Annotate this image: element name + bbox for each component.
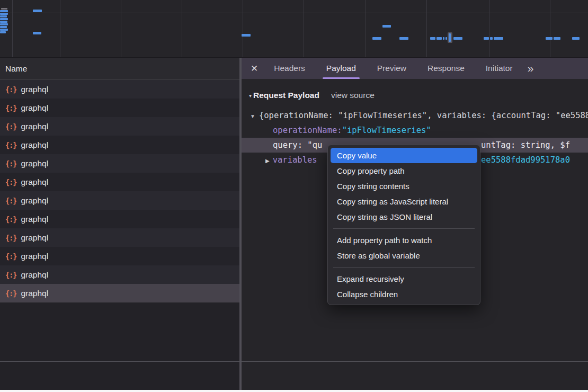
request-timeline-bar xyxy=(0,23,8,25)
query-key-and-value-fragment: query: "qu xyxy=(273,140,322,150)
close-icon[interactable]: ✕ xyxy=(251,63,258,74)
request-payload-section-header[interactable]: ▾ Request Payload view source xyxy=(242,79,588,103)
braces-json-icon: {:} xyxy=(5,141,16,149)
request-row-graphql[interactable]: {:}graphql xyxy=(0,154,239,173)
braces-json-icon: {:} xyxy=(5,104,16,112)
request-rows: {:}graphql{:}graphql{:}graphql{:}graphql… xyxy=(0,80,239,302)
request-timeline-bar xyxy=(0,29,8,31)
braces-json-icon: {:} xyxy=(5,234,16,242)
operation-name-row[interactable]: operationName:"ipFlowTimeseries" xyxy=(242,123,588,138)
request-list-panel: Name {:}graphql{:}graphql{:}graphql{:}gr… xyxy=(0,58,239,390)
timeline-gridline xyxy=(182,0,182,57)
tab-preview[interactable]: Preview xyxy=(367,58,417,79)
page-background-strip xyxy=(0,390,588,392)
request-timeline-bar xyxy=(0,18,8,20)
overview-divider-line xyxy=(0,13,588,13)
request-timeline-bar xyxy=(430,37,435,40)
payload-root-row[interactable]: ▼{operationName: "ipFlowTimeseries", var… xyxy=(242,108,588,123)
request-row-graphql[interactable]: {:}graphql xyxy=(0,284,239,302)
network-overview-timeline[interactable] xyxy=(0,0,588,57)
request-name-label: graphql xyxy=(21,196,48,206)
menu-item-copy-property-path[interactable]: Copy property path xyxy=(331,163,477,179)
collapsed-triangle-icon[interactable]: ▶ xyxy=(265,154,270,167)
request-timeline-bar xyxy=(372,37,381,40)
devtools-network-panel: Name {:}graphql{:}graphql{:}graphql{:}gr… xyxy=(0,0,588,392)
request-timeline-bar xyxy=(1,8,7,10)
request-timeline-bar xyxy=(554,37,560,40)
menu-item-store-as-global-variable[interactable]: Store as global variable xyxy=(331,248,477,263)
menu-item-copy-string-contents[interactable]: Copy string contents xyxy=(331,179,477,194)
timeline-gridline xyxy=(550,0,550,57)
request-name-label: graphql xyxy=(21,252,48,261)
request-timeline-bar xyxy=(446,37,447,40)
request-name-label: graphql xyxy=(21,159,48,168)
request-row-graphql[interactable]: {:}graphql xyxy=(0,80,239,99)
timeline-gridline xyxy=(426,0,427,57)
request-timeline-bar xyxy=(399,37,408,40)
request-row-graphql[interactable]: {:}graphql xyxy=(0,117,239,136)
menu-item-expand-recursively[interactable]: Expand recursively xyxy=(331,271,477,287)
request-row-graphql[interactable]: {:}graphql xyxy=(0,191,239,210)
request-name-label: graphql xyxy=(21,140,48,150)
section-collapse-triangle-icon[interactable]: ▾ xyxy=(249,93,252,99)
details-tab-bar: ✕ HeadersPayloadPreviewResponseInitiator… xyxy=(242,58,588,79)
request-timeline-bar xyxy=(33,10,42,12)
menu-separator xyxy=(333,267,475,268)
operation-name-value: "ipFlowTimeseries" xyxy=(342,126,431,135)
selected-request-marker-bar xyxy=(449,33,451,42)
request-timeline-bar xyxy=(490,37,493,40)
request-name-label: graphql xyxy=(21,103,48,113)
payload-root-preview: {operationName: "ipFlowTimeseries", vari… xyxy=(259,111,588,120)
more-tabs-icon[interactable]: » xyxy=(528,62,534,75)
request-timeline-bar xyxy=(484,37,489,40)
query-value-right-fragment: untTag: string, $f xyxy=(481,138,570,153)
operation-name-key: operationName: xyxy=(273,126,342,135)
timeline-gridline xyxy=(12,0,13,57)
braces-json-icon: {:} xyxy=(5,197,16,205)
braces-json-icon: {:} xyxy=(5,252,16,261)
menu-item-copy-value[interactable]: Copy value xyxy=(331,148,477,163)
request-timeline-bar xyxy=(0,10,8,12)
view-source-link[interactable]: view source xyxy=(331,91,375,100)
braces-json-icon: {:} xyxy=(5,159,16,168)
request-name-label: graphql xyxy=(21,270,48,280)
request-timeline-bar xyxy=(33,32,41,34)
request-timeline-bar xyxy=(453,37,462,40)
request-payload-title: Request Payload xyxy=(253,91,319,100)
request-row-graphql[interactable]: {:}graphql xyxy=(0,173,239,191)
variables-key: variables xyxy=(273,155,317,165)
request-row-graphql[interactable]: {:}graphql xyxy=(0,228,239,247)
request-name-label: graphql xyxy=(21,85,48,94)
tab-payload[interactable]: Payload xyxy=(316,58,367,79)
braces-json-icon: {:} xyxy=(5,271,16,279)
tab-response[interactable]: Response xyxy=(417,58,475,79)
menu-item-copy-string-as-javascript-literal[interactable]: Copy string as JavaScript literal xyxy=(331,194,477,209)
request-row-graphql[interactable]: {:}graphql xyxy=(0,265,239,284)
name-column-header[interactable]: Name xyxy=(0,58,239,80)
menu-item-copy-string-as-json-literal[interactable]: Copy string as JSON literal xyxy=(331,209,477,225)
tab-initiator[interactable]: Initiator xyxy=(475,58,523,79)
request-timeline-bar xyxy=(0,26,7,28)
bottom-section-divider[interactable] xyxy=(0,361,588,362)
expanded-triangle-icon[interactable]: ▼ xyxy=(250,109,255,123)
menu-item-collapse-children[interactable]: Collapse children xyxy=(331,287,477,302)
request-timeline-bar xyxy=(0,13,8,15)
request-name-label: graphql xyxy=(21,233,48,243)
request-timeline-bar xyxy=(0,31,6,33)
request-name-label: graphql xyxy=(21,177,48,187)
request-name-label: graphql xyxy=(21,122,48,131)
request-timeline-bar xyxy=(443,37,444,40)
timeline-gridline xyxy=(366,0,366,57)
timeline-gridline xyxy=(304,0,304,57)
network-main-split: Name {:}graphql{:}graphql{:}graphql{:}gr… xyxy=(0,57,588,390)
request-timeline-bar xyxy=(546,37,553,40)
request-row-graphql[interactable]: {:}graphql xyxy=(0,247,239,265)
menu-item-add-property-path-to-watch[interactable]: Add property path to watch xyxy=(331,233,477,248)
timeline-gridline xyxy=(121,0,121,57)
request-row-graphql[interactable]: {:}graphql xyxy=(0,210,239,228)
request-row-graphql[interactable]: {:}graphql xyxy=(0,99,239,117)
braces-json-icon: {:} xyxy=(5,178,16,186)
request-row-graphql[interactable]: {:}graphql xyxy=(0,136,239,154)
tab-headers[interactable]: Headers xyxy=(263,58,316,79)
timeline-gridline xyxy=(243,0,243,57)
